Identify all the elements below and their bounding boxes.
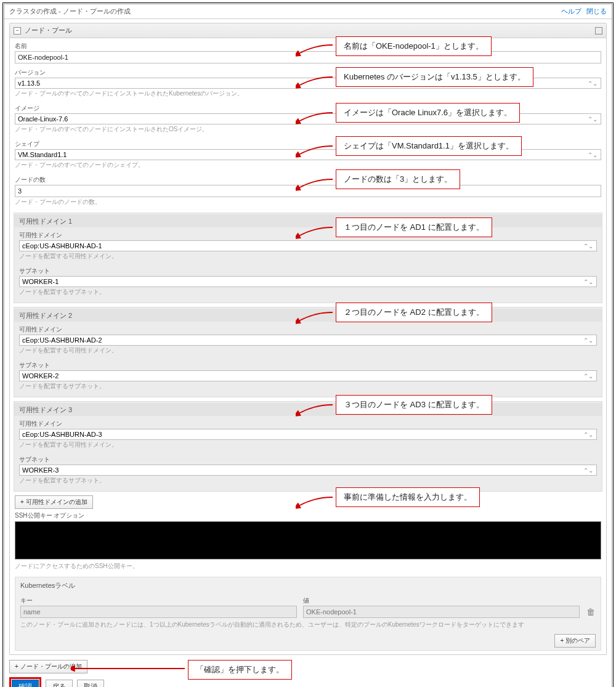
callout-version: Kubernetes のバージョンは「v1.13.5」とします。 xyxy=(336,67,533,87)
kube-labels-panel: Kubernetesラベル キー 値 🗑 このノード・プールに追加されたノードに… xyxy=(15,577,601,651)
dialog-title: クラスタの作成 - ノード・プールの作成 xyxy=(9,7,556,16)
section-title: ノード・プール xyxy=(25,26,72,35)
cancel-button[interactable]: 取消 xyxy=(77,680,104,687)
subnet-help: ノードを配置するサブネット。 xyxy=(19,381,597,392)
add-ad-button[interactable]: + 可用性ドメインの追加 xyxy=(15,495,93,509)
version-help: ノード・プールのすべてのノードにインストールされたKubernetesのバージョ… xyxy=(15,89,601,99)
ssh-label: SSH公開キー オプション xyxy=(10,510,606,520)
dialog-body: − ノード・プール 名前 バージョン ⌃⌄ ノード・プールのすべてのノー xyxy=(4,19,612,687)
ad-group-1: 可用性ドメイン 1 可用性ドメイン ⌃⌄ ノードを配置する可用性ドメイン。 サブ… xyxy=(14,213,602,303)
kube-key-input[interactable] xyxy=(20,606,297,618)
subnet-help: ノードを配置するサブネット。 xyxy=(19,476,597,486)
callout-name: 名前は「OKE-nodepool-1」とします。 xyxy=(336,36,492,56)
kube-help: このノード・プールに追加されたノードには、1つ以上のKubernetesラベルが… xyxy=(20,620,596,629)
dialog-header: クラスタの作成 - ノード・プールの作成 ヘルプ 閉じる xyxy=(4,4,612,19)
callout-confirm: 「確認」を押下します。 xyxy=(188,660,292,680)
ad-label: 可用性ドメイン xyxy=(19,230,597,240)
subnet-label: サブネット xyxy=(19,360,597,370)
ad-help: ノードを配置する可用性ドメイン。 xyxy=(19,440,597,450)
shape-help: ノード・プールのすべてのノードのシェイプ。 xyxy=(15,160,601,171)
confirm-button[interactable]: 確認 xyxy=(12,680,39,687)
subnet-help: ノードを配置するサブネット。 xyxy=(19,287,597,298)
subnet-select[interactable] xyxy=(19,465,597,476)
ad-help: ノードを配置する可用性ドメイン。 xyxy=(19,346,597,356)
subnet-select[interactable] xyxy=(19,370,597,381)
ad-group-2: 可用性ドメイン 2 可用性ドメイン ⌃⌄ ノードを配置する可用性ドメイン。 サブ… xyxy=(14,307,602,397)
add-pair-button[interactable]: + 別のペア xyxy=(554,634,596,648)
ad-group-title: 可用性ドメイン 1 xyxy=(14,214,602,227)
ad-label: 可用性ドメイン xyxy=(19,324,597,335)
kube-val-label: 値 xyxy=(303,595,580,606)
callout-ssh: 事前に準備した情報を入力します。 xyxy=(336,487,480,507)
ad-select[interactable] xyxy=(19,335,597,346)
subnet-label: サブネット xyxy=(19,266,597,276)
callout-image: イメージは「Oracle Linux7.6」を選択します。 xyxy=(336,103,520,123)
callout-ad1: １つ目のノードを AD1 に配置します。 xyxy=(336,217,492,237)
ssh-help: ノードにアクセスするためのSSH公開キー。 xyxy=(10,561,606,572)
kube-title: Kubernetesラベル xyxy=(20,581,596,590)
subnet-select[interactable] xyxy=(19,276,597,287)
callout-shape: シェイプは「VM.Standard1.1」を選択します。 xyxy=(336,136,522,156)
name-field: 名前 xyxy=(10,38,606,65)
callout-ad2: ２つ目のノードを AD2 に配置します。 xyxy=(336,303,492,322)
count-field: ノードの数 ノード・プールのノードの数。 xyxy=(10,172,606,209)
callout-ad3: ３つ目のノードを AD3 に配置します。 xyxy=(336,395,492,415)
ad-group-title: 可用性ドメイン 3 xyxy=(14,403,602,416)
ad-group-title: 可用性ドメイン 2 xyxy=(14,309,602,322)
back-button[interactable]: 戻る xyxy=(46,680,73,687)
confirm-highlight: 確認 xyxy=(9,677,41,687)
name-input[interactable] xyxy=(15,51,601,63)
kube-val-input[interactable] xyxy=(303,606,580,618)
image-help: ノード・プールのすべてのノードにインストールされたOSイメージ。 xyxy=(15,124,601,135)
restore-icon[interactable] xyxy=(595,27,602,35)
trash-icon[interactable]: 🗑 xyxy=(586,608,596,618)
kube-key-label: キー xyxy=(20,595,297,606)
ad-help: ノードを配置する可用性ドメイン。 xyxy=(19,251,597,262)
count-label: ノードの数 xyxy=(15,174,601,185)
count-help: ノード・プールのノードの数。 xyxy=(15,197,601,208)
dialog: クラスタの作成 - ノード・プールの作成 ヘルプ 閉じる − ノード・プール 名… xyxy=(4,4,612,687)
callout-count: ノードの数は「3」とします。 xyxy=(336,169,460,189)
ad-label: 可用性ドメイン xyxy=(19,418,597,429)
help-link[interactable]: ヘルプ xyxy=(561,7,582,16)
ssh-textarea[interactable] xyxy=(15,521,601,559)
name-label: 名前 xyxy=(15,41,601,51)
outer-frame: クラスタの作成 - ノード・プールの作成 ヘルプ 閉じる − ノード・プール 名… xyxy=(2,2,614,687)
subnet-label: サブネット xyxy=(19,454,597,465)
add-pool-button[interactable]: + ノード・プールの追加 xyxy=(9,660,87,673)
section-header: − ノード・プール xyxy=(10,23,606,38)
ad-select[interactable] xyxy=(19,240,597,251)
ad-select[interactable] xyxy=(19,429,597,440)
count-input[interactable] xyxy=(15,185,601,197)
close-link[interactable]: 閉じる xyxy=(586,7,607,16)
collapse-icon[interactable]: − xyxy=(14,27,21,35)
ad-group-3: 可用性ドメイン 3 可用性ドメイン ⌃⌄ ノードを配置する可用性ドメイン。 サブ… xyxy=(14,401,602,492)
